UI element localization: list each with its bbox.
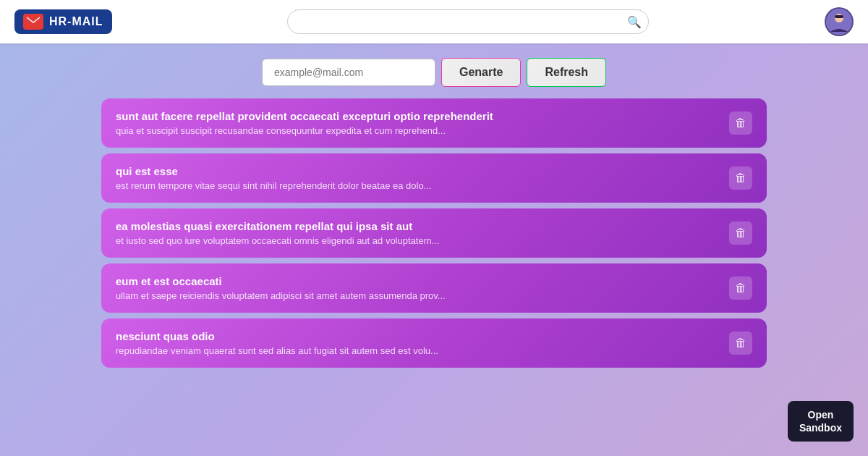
search-button[interactable]: 🔍 [627, 15, 642, 29]
svg-rect-3 [835, 15, 843, 18]
email-subject: ea molestias quasi exercitationem repell… [116, 220, 715, 232]
logo[interactable]: HR-MAIL [14, 9, 112, 34]
email-list: sunt aut facere repellat provident occae… [101, 98, 767, 368]
email-preview: et iusto sed quo iure voluptatem occaeca… [116, 235, 715, 246]
email-content: sunt aut facere repellat provident occae… [116, 110, 729, 136]
delete-button[interactable]: 🗑 [729, 332, 752, 355]
email-preview: repudiandae veniam quaerat sunt sed alia… [116, 345, 715, 356]
refresh-button[interactable]: Refresh [527, 58, 606, 87]
delete-button[interactable]: 🗑 [729, 111, 752, 135]
email-card[interactable]: ea molestias quasi exercitationem repell… [101, 208, 767, 258]
global-search[interactable]: 🔍 [287, 9, 649, 34]
avatar[interactable] [825, 7, 854, 36]
header: HR-MAIL 🔍 [0, 0, 868, 43]
global-search-input[interactable] [287, 9, 649, 34]
email-card[interactable]: nesciunt quas odio repudiandae veniam qu… [101, 318, 767, 368]
generate-button[interactable]: Genarte [441, 58, 521, 87]
email-content: eum et est occaecati ullam et saepe reic… [116, 275, 729, 301]
email-subject: qui est esse [116, 165, 715, 177]
email-subject: nesciunt quas odio [116, 330, 715, 342]
logo-icon [23, 14, 43, 30]
email-subject: eum et est occaecati [116, 275, 715, 287]
svg-rect-0 [26, 16, 41, 28]
logo-text: HR-MAIL [49, 15, 103, 28]
delete-button[interactable]: 🗑 [729, 166, 752, 190]
email-preview: quia et suscipit suscipit recusandae con… [116, 125, 715, 136]
email-content: qui est esse est rerum tempore vitae seq… [116, 165, 729, 191]
email-card[interactable]: qui est esse est rerum tempore vitae seq… [101, 153, 767, 203]
delete-button[interactable]: 🗑 [729, 221, 752, 245]
email-card[interactable]: eum et est occaecati ullam et saepe reic… [101, 263, 767, 313]
email-subject: sunt aut facere repellat provident occae… [116, 110, 715, 122]
open-sandbox-button[interactable]: OpenSandbox [788, 401, 854, 442]
main-content: Genarte Refresh sunt aut facere repellat… [0, 43, 868, 382]
email-content: ea molestias quasi exercitationem repell… [116, 220, 729, 246]
email-preview: ullam et saepe reiciendis voluptatem adi… [116, 290, 715, 301]
email-content: nesciunt quas odio repudiandae veniam qu… [116, 330, 729, 356]
email-input[interactable] [262, 59, 435, 86]
controls-bar: Genarte Refresh [101, 58, 767, 87]
email-preview: est rerum tempore vitae sequi sint nihil… [116, 180, 715, 191]
delete-button[interactable]: 🗑 [729, 276, 752, 300]
email-card[interactable]: sunt aut facere repellat provident occae… [101, 98, 767, 148]
